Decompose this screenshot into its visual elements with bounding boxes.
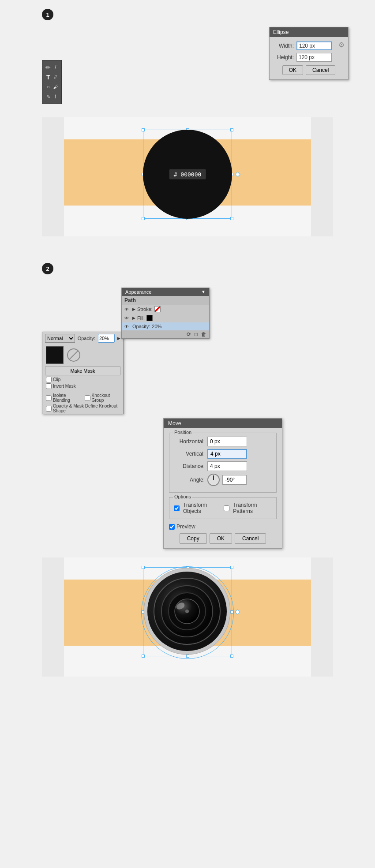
tools-panel: ✏ / T // ○ 🖌 ✎ ⌇ [42, 60, 62, 104]
tool-pencil[interactable]: / [52, 63, 59, 72]
canvas-1: # 000000 [42, 117, 333, 236]
invert-mask-checkbox[interactable] [46, 383, 52, 389]
clip-checkbox[interactable] [46, 377, 52, 382]
transparency-panel: Normal Opacity: ▶ Make Mask Clip [42, 332, 124, 414]
appearance-panel: Appearance ▼ Path 👁 ▶ Stroke: [121, 288, 210, 339]
opacity-mask-row: Opacity & Mask Define Knockout Shape [42, 403, 123, 414]
width-row: Width: [274, 41, 344, 50]
stroke-color-swatch[interactable] [154, 306, 161, 312]
recycle-icon: ⟳ [187, 331, 191, 337]
clip-row: Clip [42, 376, 123, 383]
opacity-mask-checkbox[interactable] [46, 406, 52, 412]
transform-objects-checkbox[interactable] [174, 505, 180, 511]
appearance-panel-bottom: ⟳ □ 🗑 [122, 330, 209, 338]
transform-patterns-checkbox[interactable] [224, 505, 229, 511]
transparency-controls: Normal Opacity: ▶ [42, 332, 123, 344]
selection-wrapper-2 [143, 567, 232, 656]
width-label: Width: [274, 43, 294, 49]
copy-button[interactable]: Copy [180, 533, 207, 544]
angle-label: Angle: [174, 477, 205, 483]
ellipse-dialog-body: Width: Height: ⚙ OK Cancel [270, 37, 348, 79]
move-dialog-wrapper: Move Position Horizontal: Vertical: [82, 418, 375, 549]
fill-color-swatch[interactable] [146, 315, 153, 321]
isolate-checkbox[interactable] [46, 395, 52, 401]
options-label: Options [173, 494, 192, 499]
stroke-eye-icon: 👁 [124, 307, 131, 311]
cancel-button[interactable]: Cancel [235, 533, 266, 544]
angle-input[interactable] [222, 475, 247, 485]
invert-mask-row: Invert Mask [42, 383, 123, 389]
height-row: Height: [274, 53, 344, 62]
fill-row: 👁 ▶ Fill: [122, 314, 209, 322]
distance-input[interactable] [207, 461, 247, 471]
tool-text[interactable]: T [45, 73, 52, 82]
svg-point-7 [185, 610, 189, 613]
ellipse-cancel-button[interactable]: Cancel [306, 65, 335, 75]
options-group: Options Transform Objects Transform Patt… [169, 497, 277, 519]
move-dialog: Move Position Horizontal: Vertical: [163, 418, 282, 549]
link-icon: ⚙ [338, 41, 345, 49]
black-thumb [46, 346, 64, 364]
move-dialog-buttons: Copy OK Cancel [169, 533, 277, 544]
ok-button[interactable]: OK [210, 533, 232, 544]
section-3: 3 Move Position Horizontal: Vertical: [0, 402, 375, 677]
angle-row: Angle: [174, 474, 272, 486]
canvas-2 [42, 557, 333, 677]
page-container: 1 ✏ / T // ○ 🖌 ✎ ⌇ Ellipse [0, 0, 375, 699]
opacity-arrow[interactable]: ▶ [117, 336, 120, 340]
opacity-eye-icon: 👁 [124, 324, 131, 329]
angle-dial [207, 474, 220, 486]
stroke-row: 👁 ▶ Stroke: [122, 305, 209, 314]
tool-lines[interactable]: // [52, 73, 59, 82]
height-label: Height: [274, 54, 294, 60]
ellipse-dialog-buttons: OK Cancel [274, 65, 344, 75]
vertical-label: Vertical: [174, 451, 205, 457]
height-input[interactable] [296, 53, 332, 62]
position-group: Position Horizontal: Vertical: Distance: [169, 433, 277, 493]
move-dialog-title: Move [164, 419, 282, 428]
opacity-row: 👁 Opacity: 20% [122, 322, 209, 330]
move-dialog-body: Position Horizontal: Vertical: Distance: [164, 428, 282, 548]
ellipse-dialog-title: Ellipse [270, 27, 348, 37]
preview-checkbox[interactable] [169, 524, 175, 530]
vertical-input[interactable] [207, 449, 247, 459]
distance-row: Distance: [174, 461, 272, 471]
camera-lens-svg [143, 567, 231, 655]
black-circle: # 000000 [143, 130, 232, 219]
tool-ellipse[interactable]: ○ [45, 82, 52, 91]
ellipse-dialog: Ellipse Width: Height: ⚙ OK Canc [269, 27, 349, 80]
ellipse-ok-button[interactable]: OK [282, 65, 303, 75]
opacity-input[interactable] [98, 334, 115, 343]
fill-eye-icon: 👁 [124, 316, 131, 320]
opacity-label-t: Opacity: [78, 336, 95, 341]
width-input[interactable] [296, 41, 332, 50]
horizontal-input[interactable] [207, 437, 247, 446]
make-mask-row: Make Mask [42, 366, 123, 376]
selection-wrapper: # 000000 [143, 130, 232, 219]
distance-label: Distance: [174, 463, 205, 469]
appearance-panel-title: Appearance ▼ [122, 288, 209, 296]
trash-icon[interactable]: 🗑 [201, 331, 206, 337]
position-label: Position [173, 430, 193, 435]
tool-brush[interactable]: 🖌 [52, 82, 59, 91]
color-label: # 000000 [169, 169, 206, 180]
section2-area: Appearance ▼ Path 👁 ▶ Stroke: [42, 279, 375, 389]
horizontal-row: Horizontal: [174, 437, 272, 446]
appearance-panel-body: Path 👁 ▶ Stroke: 👁 ▶ Fill: [122, 296, 209, 330]
vertical-row: Vertical: [174, 449, 272, 459]
step-2-bubble: 2 [42, 263, 53, 274]
path-row: Path [122, 296, 209, 305]
tool-extra[interactable]: ⌇ [52, 92, 59, 101]
options-row: Transform Objects Transform Patterns [174, 501, 272, 515]
step-1-bubble: 1 [42, 9, 53, 20]
tool-pencil2[interactable]: ✎ [45, 92, 52, 101]
blend-mode-select[interactable]: Normal [45, 334, 75, 343]
knockout-checkbox[interactable] [85, 395, 90, 401]
tool-pen[interactable]: ✏ [45, 63, 52, 72]
isolate-row: Isolate Blending Knockout Group [42, 393, 123, 403]
new-icon: □ [195, 331, 198, 337]
transparency-thumb-row [42, 344, 123, 366]
no-mask-icon [67, 348, 80, 362]
make-mask-button[interactable]: Make Mask [45, 367, 120, 375]
section-2: 2 Appearance ▼ Path 👁 ▶ Stroke: [0, 263, 375, 389]
